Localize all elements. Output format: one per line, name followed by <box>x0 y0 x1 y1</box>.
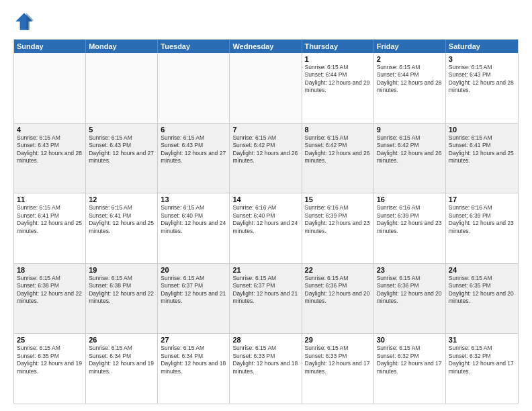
calendar-cell: 13Sunrise: 6:15 AMSunset: 6:40 PMDayligh… <box>158 193 230 263</box>
calendar-row-1: 4Sunrise: 6:15 AMSunset: 6:43 PMDaylight… <box>14 124 518 194</box>
calendar-cell: 22Sunrise: 6:15 AMSunset: 6:36 PMDayligh… <box>302 264 374 334</box>
day-number: 22 <box>305 266 371 274</box>
header-day-thursday: Thursday <box>302 40 374 53</box>
day-number: 31 <box>449 336 515 344</box>
page: SundayMondayTuesdayWednesdayThursdayFrid… <box>0 0 532 411</box>
calendar-row-2: 11Sunrise: 6:15 AMSunset: 6:41 PMDayligh… <box>14 193 518 264</box>
cell-details: Sunrise: 6:15 AMSunset: 6:40 PMDaylight:… <box>161 204 226 235</box>
cell-details: Sunrise: 6:15 AMSunset: 6:38 PMDaylight:… <box>89 275 154 306</box>
day-number: 14 <box>232 195 298 203</box>
svg-marker-0 <box>15 13 33 30</box>
logo <box>13 11 38 32</box>
cell-details: Sunrise: 6:16 AMSunset: 6:40 PMDaylight:… <box>232 204 298 235</box>
calendar-body: 1Sunrise: 6:15 AMSunset: 6:44 PMDaylight… <box>14 53 518 404</box>
header-day-tuesday: Tuesday <box>158 40 230 53</box>
calendar-cell <box>86 53 158 123</box>
calendar-cell: 26Sunrise: 6:15 AMSunset: 6:34 PMDayligh… <box>86 334 158 404</box>
calendar-cell: 30Sunrise: 6:15 AMSunset: 6:32 PMDayligh… <box>374 334 446 404</box>
calendar-cell <box>14 53 86 123</box>
calendar-row-3: 18Sunrise: 6:15 AMSunset: 6:38 PMDayligh… <box>14 264 518 334</box>
calendar-cell: 25Sunrise: 6:15 AMSunset: 6:35 PMDayligh… <box>14 334 86 404</box>
day-number: 23 <box>377 266 443 274</box>
cell-details: Sunrise: 6:15 AMSunset: 6:42 PMDaylight:… <box>232 134 298 165</box>
calendar-cell: 29Sunrise: 6:15 AMSunset: 6:33 PMDayligh… <box>302 334 374 404</box>
calendar-cell: 4Sunrise: 6:15 AMSunset: 6:43 PMDaylight… <box>14 124 86 193</box>
cell-details: Sunrise: 6:15 AMSunset: 6:41 PMDaylight:… <box>449 134 515 165</box>
cell-details: Sunrise: 6:15 AMSunset: 6:43 PMDaylight:… <box>17 134 83 165</box>
calendar-header: SundayMondayTuesdayWednesdayThursdayFrid… <box>14 40 518 53</box>
calendar-cell: 23Sunrise: 6:15 AMSunset: 6:36 PMDayligh… <box>374 264 446 334</box>
cell-details: Sunrise: 6:15 AMSunset: 6:44 PMDaylight:… <box>305 64 371 95</box>
calendar-cell: 7Sunrise: 6:15 AMSunset: 6:42 PMDaylight… <box>230 124 302 193</box>
cell-details: Sunrise: 6:15 AMSunset: 6:41 PMDaylight:… <box>17 204 83 235</box>
calendar-cell: 1Sunrise: 6:15 AMSunset: 6:44 PMDaylight… <box>302 53 374 123</box>
day-number: 5 <box>89 126 154 134</box>
calendar-cell: 31Sunrise: 6:15 AMSunset: 6:32 PMDayligh… <box>446 334 518 404</box>
header-day-sunday: Sunday <box>14 40 86 53</box>
cell-details: Sunrise: 6:15 AMSunset: 6:33 PMDaylight:… <box>232 345 298 375</box>
cell-details: Sunrise: 6:15 AMSunset: 6:37 PMDaylight:… <box>161 275 226 306</box>
day-number: 7 <box>232 126 298 134</box>
cell-details: Sunrise: 6:16 AMSunset: 6:39 PMDaylight:… <box>449 204 515 235</box>
day-number: 16 <box>377 195 443 203</box>
cell-details: Sunrise: 6:15 AMSunset: 6:33 PMDaylight:… <box>305 345 371 375</box>
day-number: 19 <box>89 266 154 274</box>
day-number: 1 <box>305 55 371 63</box>
day-number: 10 <box>449 126 515 134</box>
header-day-monday: Monday <box>86 40 158 53</box>
day-number: 12 <box>89 195 154 203</box>
calendar-row-0: 1Sunrise: 6:15 AMSunset: 6:44 PMDaylight… <box>14 53 518 124</box>
day-number: 29 <box>305 336 371 344</box>
calendar: SundayMondayTuesdayWednesdayThursdayFrid… <box>13 39 519 404</box>
calendar-cell: 8Sunrise: 6:15 AMSunset: 6:42 PMDaylight… <box>302 124 374 193</box>
header-day-friday: Friday <box>374 40 446 53</box>
calendar-cell: 19Sunrise: 6:15 AMSunset: 6:38 PMDayligh… <box>86 264 158 334</box>
day-number: 3 <box>449 55 515 63</box>
calendar-row-4: 25Sunrise: 6:15 AMSunset: 6:35 PMDayligh… <box>14 334 518 404</box>
cell-details: Sunrise: 6:15 AMSunset: 6:36 PMDaylight:… <box>305 275 371 306</box>
day-number: 25 <box>17 336 83 344</box>
cell-details: Sunrise: 6:15 AMSunset: 6:42 PMDaylight:… <box>377 134 443 165</box>
cell-details: Sunrise: 6:15 AMSunset: 6:43 PMDaylight:… <box>449 64 515 95</box>
calendar-cell: 15Sunrise: 6:16 AMSunset: 6:39 PMDayligh… <box>302 193 374 263</box>
cell-details: Sunrise: 6:15 AMSunset: 6:44 PMDaylight:… <box>377 64 443 95</box>
calendar-cell: 10Sunrise: 6:15 AMSunset: 6:41 PMDayligh… <box>446 124 518 193</box>
cell-details: Sunrise: 6:15 AMSunset: 6:36 PMDaylight:… <box>377 275 443 306</box>
day-number: 2 <box>377 55 443 63</box>
cell-details: Sunrise: 6:15 AMSunset: 6:32 PMDaylight:… <box>449 345 515 375</box>
day-number: 6 <box>161 126 226 134</box>
day-number: 30 <box>377 336 443 344</box>
calendar-cell: 24Sunrise: 6:15 AMSunset: 6:35 PMDayligh… <box>446 264 518 334</box>
day-number: 4 <box>17 126 83 134</box>
calendar-cell <box>230 53 302 123</box>
calendar-cell: 28Sunrise: 6:15 AMSunset: 6:33 PMDayligh… <box>230 334 302 404</box>
cell-details: Sunrise: 6:15 AMSunset: 6:35 PMDaylight:… <box>17 345 83 375</box>
day-number: 11 <box>17 195 83 203</box>
logo-icon <box>13 11 35 32</box>
day-number: 21 <box>232 266 298 274</box>
header-day-saturday: Saturday <box>446 40 518 53</box>
cell-details: Sunrise: 6:15 AMSunset: 6:41 PMDaylight:… <box>89 204 154 235</box>
calendar-cell: 9Sunrise: 6:15 AMSunset: 6:42 PMDaylight… <box>374 124 446 193</box>
day-number: 18 <box>17 266 83 274</box>
day-number: 9 <box>377 126 443 134</box>
calendar-cell: 20Sunrise: 6:15 AMSunset: 6:37 PMDayligh… <box>158 264 230 334</box>
cell-details: Sunrise: 6:15 AMSunset: 6:34 PMDaylight:… <box>161 345 226 375</box>
cell-details: Sunrise: 6:15 AMSunset: 6:34 PMDaylight:… <box>89 345 154 375</box>
calendar-cell: 27Sunrise: 6:15 AMSunset: 6:34 PMDayligh… <box>158 334 230 404</box>
cell-details: Sunrise: 6:15 AMSunset: 6:38 PMDaylight:… <box>17 275 83 306</box>
cell-details: Sunrise: 6:15 AMSunset: 6:43 PMDaylight:… <box>161 134 226 165</box>
calendar-cell: 14Sunrise: 6:16 AMSunset: 6:40 PMDayligh… <box>230 193 302 263</box>
day-number: 8 <box>305 126 371 134</box>
cell-details: Sunrise: 6:15 AMSunset: 6:35 PMDaylight:… <box>449 275 515 306</box>
calendar-cell: 11Sunrise: 6:15 AMSunset: 6:41 PMDayligh… <box>14 193 86 263</box>
day-number: 17 <box>449 195 515 203</box>
cell-details: Sunrise: 6:15 AMSunset: 6:32 PMDaylight:… <box>377 345 443 375</box>
header-day-wednesday: Wednesday <box>230 40 302 53</box>
calendar-cell: 17Sunrise: 6:16 AMSunset: 6:39 PMDayligh… <box>446 193 518 263</box>
calendar-cell: 6Sunrise: 6:15 AMSunset: 6:43 PMDaylight… <box>158 124 230 193</box>
cell-details: Sunrise: 6:15 AMSunset: 6:42 PMDaylight:… <box>305 134 371 165</box>
calendar-cell: 3Sunrise: 6:15 AMSunset: 6:43 PMDaylight… <box>446 53 518 123</box>
header <box>13 11 519 32</box>
day-number: 27 <box>161 336 226 344</box>
